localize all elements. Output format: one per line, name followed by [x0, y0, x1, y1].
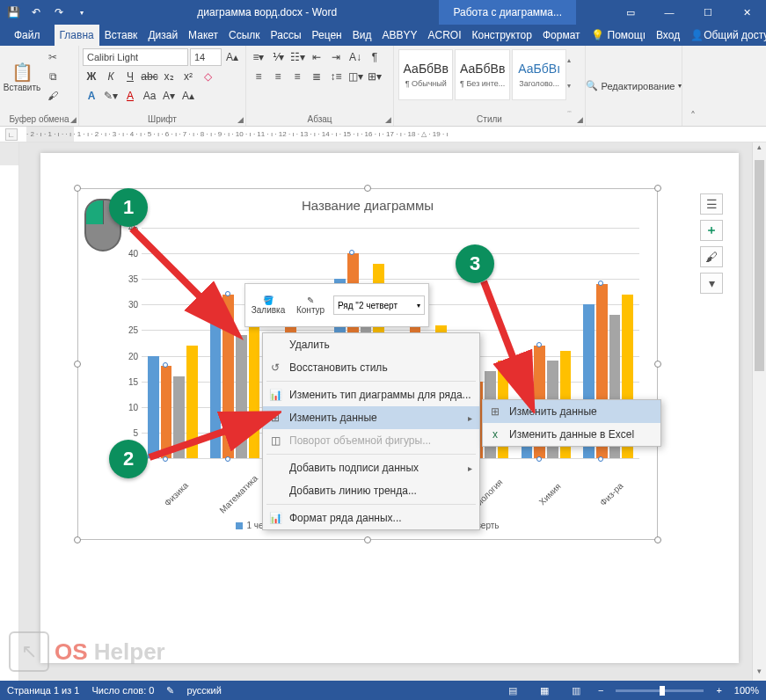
ctx-edit-data[interactable]: ⊞Изменить данные▸ [263, 406, 479, 429]
tab-mailings[interactable]: Рассы [266, 25, 307, 46]
chart-elements-icon[interactable]: ＋ [700, 220, 723, 241]
shape-outline-button[interactable]: ✎ Контур [291, 295, 330, 315]
tab-review[interactable]: Рецен [307, 25, 347, 46]
bar[interactable] [173, 376, 185, 458]
grow-font-icon[interactable]: A▴ [223, 48, 241, 66]
format-painter-icon[interactable]: 🖌 [44, 88, 62, 104]
tab-format[interactable]: Формат [537, 25, 586, 46]
align-center-icon[interactable]: ≡ [269, 68, 287, 85]
scroll-up-icon[interactable]: ▴ [753, 142, 766, 157]
highlight-icon[interactable]: ✎▾ [102, 87, 120, 105]
copy-icon[interactable]: ⧉ [44, 69, 62, 84]
redo-icon[interactable]: ↷ [49, 3, 69, 22]
font-name-combo[interactable]: Calibri Light [83, 48, 188, 66]
subscript-icon[interactable]: x₂ [160, 68, 178, 85]
ctx-format-series[interactable]: 📊Формат ряда данных... [263, 507, 479, 529]
sort-icon[interactable]: A↓ [347, 48, 364, 66]
bar[interactable] [186, 346, 198, 458]
resize-handle[interactable] [654, 536, 661, 543]
style-heading1[interactable]: АаБбВı Заголово... [512, 49, 566, 100]
style-no-spacing[interactable]: АаБбВв ¶ Без инте... [455, 49, 509, 100]
font-color-icon[interactable]: A [121, 87, 139, 105]
dialog-launcher-icon[interactable]: ◢ [385, 115, 391, 124]
vertical-scrollbar[interactable]: ▴ ▾ [752, 142, 766, 681]
bar[interactable] [148, 356, 159, 458]
ctx-change-chart-type[interactable]: 📊Изменить тип диаграммы для ряда... [263, 383, 479, 406]
scroll-thumb[interactable] [755, 160, 764, 371]
qat-customize-icon[interactable]: ▾ [72, 3, 91, 22]
tab-home[interactable]: Главна [55, 25, 99, 46]
italic-icon[interactable]: К [102, 68, 120, 85]
resize-handle[interactable] [74, 185, 81, 192]
web-layout-icon[interactable]: ▥ [566, 685, 586, 696]
series-selector-combo[interactable]: Ряд "2 четверт▾ [333, 295, 425, 315]
tell-me[interactable]: 💡Помощı [586, 25, 651, 46]
font-size-combo[interactable]: 14 [190, 48, 222, 66]
bar[interactable] [236, 335, 247, 458]
resize-handle[interactable] [74, 536, 81, 543]
shape-fill-button[interactable]: 🪣 Заливка [249, 295, 288, 315]
ctx-add-data-labels[interactable]: Добавить подписи данных▸ [263, 456, 479, 479]
text-effects-icon[interactable]: A [83, 87, 100, 105]
inc-indent-icon[interactable]: ⇥ [327, 48, 345, 66]
show-marks-icon[interactable]: ¶ [366, 48, 383, 66]
ruler-horizontal[interactable]: ∟ · 2 · ı · 1 · ı · · ı · 1 · ı · 2 · ı … [0, 127, 766, 142]
styles-scroll[interactable]: ▴▾⎓ [567, 47, 581, 124]
close-icon[interactable]: ✕ [727, 0, 766, 25]
resize-handle[interactable] [364, 185, 371, 192]
change-case-icon[interactable]: Aa [141, 87, 158, 105]
chart-title[interactable]: Название диаграммы [78, 189, 657, 216]
proofing-icon[interactable]: ✎ [166, 685, 174, 696]
strike-icon[interactable]: abc [141, 68, 158, 85]
zoom-out-icon[interactable]: − [598, 685, 603, 696]
grow-font2-icon[interactable]: A▴ [179, 87, 197, 105]
resize-handle[interactable] [654, 185, 661, 192]
tab-view[interactable]: Вид [347, 25, 377, 46]
resize-handle[interactable] [364, 536, 371, 543]
justify-icon[interactable]: ≣ [308, 68, 325, 85]
shading-icon[interactable]: ◫▾ [347, 68, 364, 85]
tab-references[interactable]: Ссылк [223, 25, 266, 46]
tab-abbyy[interactable]: ABBYY [376, 25, 422, 46]
status-page[interactable]: Страница 1 из 1 [7, 685, 79, 696]
dec-indent-icon[interactable]: ⇤ [308, 48, 325, 66]
sign-in[interactable]: Вход [651, 25, 685, 46]
ctx-reset-style[interactable]: ↺Восстановить стиль [263, 356, 479, 379]
bar[interactable] [210, 315, 222, 458]
numbering-icon[interactable]: ⅟▾ [269, 48, 287, 66]
status-language[interactable]: русский [186, 685, 221, 696]
bar[interactable] [161, 366, 172, 458]
bar[interactable] [249, 304, 260, 458]
dialog-launcher-icon[interactable]: ◢ [237, 115, 244, 124]
borders-icon[interactable]: ⊞▾ [366, 68, 383, 85]
find-button[interactable]: 🔍 Редактирование ▾ [586, 80, 682, 91]
tab-insert[interactable]: Вставк [99, 25, 143, 46]
minimize-icon[interactable]: — [650, 0, 689, 25]
print-layout-icon[interactable]: ▦ [535, 685, 554, 696]
status-word-count[interactable]: Число слов: 0 [91, 685, 154, 696]
ctx-sub-edit-excel[interactable]: xИзменить данные в Excel [483, 423, 660, 446]
tab-design[interactable]: Дизай [142, 25, 183, 46]
align-left-icon[interactable]: ≡ [250, 68, 267, 85]
tab-acrobat[interactable]: ACROI [422, 25, 466, 46]
maximize-icon[interactable]: ☐ [689, 0, 727, 25]
chart-filters-icon[interactable]: ▾ [700, 273, 723, 294]
save-icon[interactable]: 💾 [4, 3, 23, 22]
zoom-slider[interactable] [616, 689, 704, 692]
dialog-launcher-icon[interactable]: ◢ [577, 115, 583, 124]
bullets-icon[interactable]: ≡▾ [250, 48, 267, 66]
superscript-icon[interactable]: x² [179, 68, 197, 85]
zoom-in-icon[interactable]: + [716, 685, 721, 696]
align-right-icon[interactable]: ≡ [288, 68, 306, 85]
zoom-level[interactable]: 100% [734, 685, 759, 696]
multilevel-icon[interactable]: ☷▾ [288, 48, 306, 66]
read-mode-icon[interactable]: ▤ [503, 685, 522, 696]
collapse-ribbon-icon[interactable]: ˄ [682, 46, 704, 126]
share-button[interactable]: 👤 Общий доступ [685, 25, 766, 46]
ribbon-options-icon[interactable]: ▭ [611, 0, 650, 25]
ruler-vertical[interactable] [0, 142, 19, 681]
tab-file[interactable]: Файл [0, 25, 55, 46]
dialog-launcher-icon[interactable]: ◢ [70, 115, 77, 124]
bold-icon[interactable]: Ж [83, 68, 100, 85]
cut-icon[interactable]: ✂ [44, 49, 62, 65]
